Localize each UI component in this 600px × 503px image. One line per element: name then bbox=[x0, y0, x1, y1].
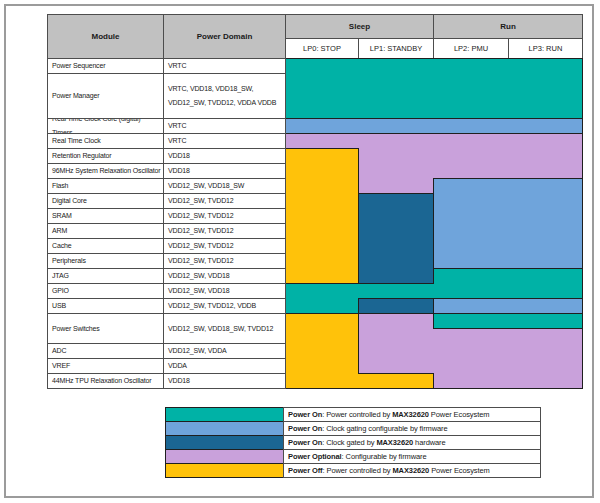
domain-cell: VDDA bbox=[163, 358, 286, 374]
legend-text-segment: : Power controlled by bbox=[322, 408, 392, 422]
module-cell: Power Manager bbox=[47, 73, 164, 119]
column-header-module: Module bbox=[47, 14, 164, 59]
column-header-lp3-run: LP3: RUN bbox=[508, 38, 583, 59]
module-cell: VREF bbox=[47, 358, 164, 374]
region-off_ecosystem bbox=[285, 148, 358, 283]
legend-text-segment: Power On bbox=[288, 422, 322, 436]
module-cell: SRAM bbox=[47, 208, 164, 224]
legend-text-segment: Power On bbox=[288, 408, 322, 422]
module-cell: JTAG bbox=[47, 268, 164, 284]
power-modes-figure: Module Power Domain Sleep Run LP0: STOP … bbox=[0, 0, 600, 503]
region-on_ecosystem bbox=[433, 313, 582, 328]
module-cell: Retention Regulator bbox=[47, 148, 164, 164]
module-cell: 44MHz TPU Relaxation Oscillator bbox=[47, 373, 164, 389]
legend-text-segment: : Clock gated by bbox=[322, 436, 376, 450]
domain-cell: VDD18 bbox=[163, 148, 286, 164]
module-cell: 96MHz System Relaxation Oscillator bbox=[47, 163, 164, 179]
column-header-lp0-stop: LP0: STOP bbox=[285, 38, 359, 59]
column-header-lp2-pmu: LP2: PMU bbox=[433, 38, 509, 59]
legend-text-segment: : Power controlled by bbox=[323, 464, 393, 478]
domain-cell: VDD12_SW, VDD18 bbox=[163, 268, 286, 284]
region-on_clock_gated_hw bbox=[358, 193, 433, 283]
power-state-matrix bbox=[285, 58, 582, 388]
module-cell: GPIO bbox=[47, 283, 164, 299]
legend-text-segment: : Clock gating configurable by firmware bbox=[322, 422, 447, 436]
column-header-power-domain: Power Domain bbox=[163, 14, 286, 59]
module-cell: Real Time Clock Core (digital) Timers bbox=[47, 118, 164, 134]
module-cell: Flash bbox=[47, 178, 164, 194]
legend-label-on_clock_gated_hw: Power On: Clock gated by MAX32620 hardwa… bbox=[283, 435, 541, 450]
legend-label-optional_fw: Power Optional: Configurable by firmware bbox=[283, 449, 541, 464]
module-cell: Peripherals bbox=[47, 253, 164, 269]
legend-text-segment: Power Off bbox=[288, 464, 323, 478]
column-group-header-sleep: Sleep bbox=[285, 14, 434, 39]
domain-cell: VDD12_SW, VDD18_SW bbox=[163, 178, 286, 194]
region-on_clock_gating_fw bbox=[285, 118, 582, 133]
region-on_clock_gated_hw bbox=[358, 298, 433, 313]
module-cell: Power Sequencer bbox=[47, 58, 164, 74]
domain-cell: VDD12_SW, TVDD12, VDDB bbox=[163, 298, 286, 314]
domain-cell: VDD12_SW, TVDD12 bbox=[163, 253, 286, 269]
legend-text-segment: Power On bbox=[288, 436, 322, 450]
domain-cell: VRTC, VDD18, VDD18_SW, VDD12_SW, TVDD12,… bbox=[163, 73, 286, 119]
legend-text-segment: MAX32620 bbox=[392, 464, 429, 478]
legend-swatch-on_clock_gating_fw bbox=[165, 421, 284, 436]
domain-cell: VDD18 bbox=[163, 163, 286, 179]
column-header-lp1-standby: LP1: STANDBY bbox=[358, 38, 434, 59]
domain-cell: VRTC bbox=[163, 118, 286, 134]
module-cell: Power Switches bbox=[47, 313, 164, 344]
legend-text-segment: MAX32620 bbox=[376, 436, 413, 450]
domain-cell: VDD12_SW, VDDA bbox=[163, 343, 286, 359]
module-cell: Real Time Clock bbox=[47, 133, 164, 149]
region-on_clock_gating_fw bbox=[433, 298, 582, 313]
legend-text-segment: hardware bbox=[413, 436, 445, 450]
domain-cell: VDD12_SW, VDD18 bbox=[163, 283, 286, 299]
column-group-header-run: Run bbox=[433, 14, 583, 39]
module-cell: ARM bbox=[47, 223, 164, 239]
module-cell: USB bbox=[47, 298, 164, 314]
module-cell: ADC bbox=[47, 343, 164, 359]
legend-swatch-on_clock_gated_hw bbox=[165, 435, 284, 450]
domain-cell: VRTC bbox=[163, 58, 286, 74]
region-on_ecosystem bbox=[285, 58, 582, 118]
legend-label-on_ecosystem: Power On: Power controlled by MAX32620 P… bbox=[283, 407, 541, 422]
region-on_clock_gating_fw bbox=[433, 178, 582, 268]
legend-text-segment: Power Optional bbox=[288, 450, 342, 464]
legend-label-off_ecosystem: Power Off: Power controlled by MAX32620 … bbox=[283, 463, 541, 478]
legend-label-on_clock_gating_fw: Power On: Clock gating configurable by f… bbox=[283, 421, 541, 436]
domain-cell: VRTC bbox=[163, 133, 286, 149]
domain-cell: VDD12_SW, TVDD12 bbox=[163, 208, 286, 224]
legend-swatch-off_ecosystem bbox=[165, 463, 284, 478]
legend-swatch-optional_fw bbox=[165, 449, 284, 464]
domain-cell: VDD12_SW, VDD18_SW, TVDD12 bbox=[163, 313, 286, 344]
domain-cell: VDD18 bbox=[163, 373, 286, 389]
legend-swatch-on_ecosystem bbox=[165, 407, 284, 422]
domain-cell: VDD12_SW, TVDD12 bbox=[163, 223, 286, 239]
domain-cell: VDD12_SW, TVDD12 bbox=[163, 193, 286, 209]
legend-text-segment: MAX32620 bbox=[392, 408, 429, 422]
domain-cell: VDD12_SW, TVDD12 bbox=[163, 238, 286, 254]
legend-text-segment: Power Ecosystem bbox=[429, 464, 490, 478]
module-cell: Cache bbox=[47, 238, 164, 254]
legend-text-segment: : Configurable by firmware bbox=[342, 450, 427, 464]
legend-text-segment: Power Ecosystem bbox=[429, 408, 490, 422]
module-cell: Digital Core bbox=[47, 193, 164, 209]
